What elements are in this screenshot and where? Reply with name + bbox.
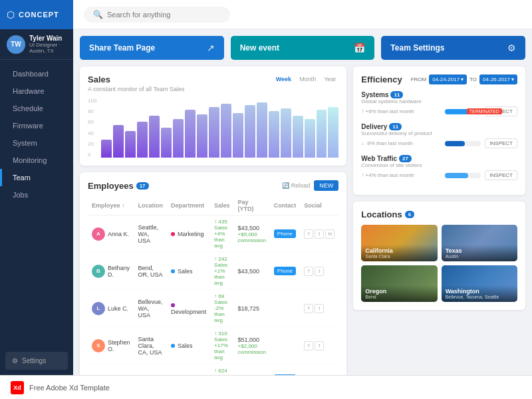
- chevron-down-icon: ▾: [461, 76, 464, 82]
- location-item-washington[interactable]: Washington Bellevue, Tacoma, Seattle: [442, 265, 517, 302]
- chevron-down-icon-2: ▾: [511, 76, 514, 82]
- inspect-button-1[interactable]: INSPECT: [485, 138, 517, 148]
- period-tab-year[interactable]: Year: [321, 74, 338, 84]
- calendar-icon: 📅: [354, 43, 365, 53]
- app-frame: ⬡ CONCEPT TW Tyler Wain UI Designer · Au…: [0, 0, 532, 399]
- sidebar-item-hardware[interactable]: Hardware: [0, 82, 73, 100]
- right-panel: 🔍 Share Team Page ↗ New event 📅: [73, 0, 532, 375]
- bar-11: [233, 113, 243, 158]
- bar-1: [113, 125, 124, 158]
- to-date-value: 04-26-2017: [483, 76, 510, 82]
- emp-sales-1: ↑ 242 Sales +1% than avg: [210, 253, 234, 290]
- period-tabs: Week Month Year: [273, 74, 339, 84]
- user-name: Tyler Wain: [29, 35, 66, 42]
- sidebar-nav: Dashboard Hardware Schedule Firmware Sys…: [0, 60, 73, 346]
- col-contact: Contact: [270, 196, 301, 215]
- location-item-texas[interactable]: Texas Austin: [442, 225, 517, 261]
- table-row: A Anna K. Seattle, WA, USA Marketing ↑ 4…: [88, 215, 338, 253]
- locations-count-badge: 6: [405, 211, 414, 218]
- bar-8: [197, 114, 207, 158]
- reload-button[interactable]: 🔄 Reload: [282, 182, 311, 189]
- bars-container: [101, 98, 338, 158]
- emp-sales-4: ↑ 624 Sales +13% than avg: [210, 364, 234, 376]
- bar-18: [317, 110, 327, 158]
- team-settings-button[interactable]: Team Settings ⚙: [381, 36, 525, 60]
- to-date-input[interactable]: 04-26-2017 ▾: [479, 74, 517, 84]
- sidebar-item-jobs[interactable]: Jobs: [0, 186, 73, 203]
- social-icon-2[interactable]: t: [315, 267, 324, 276]
- period-tab-month[interactable]: Month: [297, 74, 319, 84]
- bar-13: [257, 102, 267, 158]
- external-link-icon: ↗: [207, 43, 215, 53]
- sidebar-item-monitoring[interactable]: Monitoring: [0, 152, 73, 169]
- inspect-button-2[interactable]: INSPECT: [485, 170, 517, 180]
- sidebar-item-system[interactable]: System: [0, 134, 73, 152]
- reload-label: Reload: [291, 182, 311, 189]
- social-icon-1[interactable]: f: [304, 267, 313, 276]
- sidebar-item-firmware[interactable]: Firmware: [0, 117, 73, 134]
- location-item-california[interactable]: California Santa Clara: [361, 225, 437, 261]
- efficiency-row-0: Systems 11 Global systems hardware ↑ +6%…: [361, 91, 517, 116]
- content-row: Sales A constant monitor of all Team Sal…: [80, 66, 525, 375]
- emp-contact-0: Phone: [270, 215, 301, 253]
- search-icon: 🔍: [93, 10, 103, 19]
- period-tab-week[interactable]: Week: [273, 74, 294, 84]
- bar-10: [221, 104, 231, 158]
- y-label-80: 80: [88, 108, 96, 114]
- bar-5: [161, 128, 172, 158]
- bar-15: [281, 108, 291, 158]
- efficiency-header: Efficiency FROM 04-24-2017 ▾ TO: [361, 74, 517, 84]
- social-icon-1[interactable]: f: [304, 304, 313, 313]
- search-input[interactable]: [107, 11, 213, 19]
- social-icon-3[interactable]: in: [325, 229, 334, 239]
- sidebar-item-dashboard[interactable]: Dashboard: [0, 65, 73, 82]
- emp-dept-2: Development: [167, 290, 210, 327]
- efficiency-title: Efficiency: [361, 74, 402, 84]
- employees-count-badge: 17: [136, 182, 149, 190]
- social-icon-2[interactable]: t: [315, 304, 324, 313]
- user-role: UI Designer · Austin, TX: [29, 42, 66, 54]
- share-icon: ⬡: [7, 9, 15, 20]
- sidebar-logo-text: CONCEPT: [19, 11, 59, 19]
- bar-16: [293, 116, 303, 158]
- sidebar-item-schedule[interactable]: Schedule: [0, 100, 73, 117]
- settings-label: Settings: [22, 357, 46, 364]
- bar-6: [173, 119, 184, 158]
- efficiency-metrics: Systems 11 Global systems hardware ↑ +6%…: [361, 91, 517, 180]
- col-department: Department: [167, 196, 210, 215]
- sidebar: ⬡ CONCEPT TW Tyler Wain UI Designer · Au…: [0, 0, 73, 375]
- new-employee-button[interactable]: NEW: [314, 180, 338, 191]
- emp-location-0: Seattle, WA, USA: [134, 215, 168, 253]
- search-box[interactable]: 🔍: [84, 7, 230, 23]
- efficiency-row-1: Delivery 11 Successful delivery of produ…: [361, 123, 517, 148]
- table-row: B Bethany D. Bend, OR, USA Sales ↑ 242 S…: [88, 253, 338, 290]
- emp-location-2: Bellevue, WA, USA: [134, 290, 168, 327]
- new-event-label: New event: [240, 43, 279, 53]
- location-item-oregon[interactable]: Oregon Bend: [361, 265, 437, 302]
- col-pay: Pay (YTD): [234, 196, 270, 215]
- col-sales: Sales: [210, 196, 234, 215]
- y-label-40: 40: [88, 130, 96, 136]
- dashboard: Share Team Page ↗ New event 📅 Team Setti…: [73, 29, 532, 375]
- sidebar-logo: ⬡ CONCEPT: [0, 0, 73, 29]
- locations-title: Locations 6: [361, 209, 517, 219]
- social-icon-1[interactable]: f: [304, 229, 313, 239]
- from-date-input[interactable]: 04-24-2017 ▾: [429, 74, 467, 84]
- sales-card-header: Sales A constant monitor of all Team Sal…: [88, 74, 338, 92]
- sidebar-item-team[interactable]: Team: [0, 169, 73, 186]
- social-icon-2[interactable]: t: [315, 229, 324, 239]
- phone-button[interactable]: Phone: [274, 267, 296, 275]
- social-icon-1[interactable]: f: [304, 341, 313, 350]
- emp-contact-1: Phone: [270, 253, 301, 290]
- phone-button[interactable]: Phone: [274, 229, 296, 238]
- share-team-page-button[interactable]: Share Team Page ↗: [80, 36, 224, 60]
- y-label-60: 60: [88, 119, 96, 125]
- settings-button[interactable]: ⚙ Settings: [5, 352, 68, 370]
- employees-header: Employees 17 🔄 Reload NEW: [88, 180, 338, 191]
- social-icon-2[interactable]: t: [315, 341, 324, 350]
- emp-pay-0: $43,500 +$5,000 commission: [234, 215, 270, 253]
- emp-pay-1: $43,500: [234, 253, 270, 290]
- from-date-value: 04-24-2017: [432, 76, 460, 82]
- new-event-button[interactable]: New event 📅: [231, 36, 375, 60]
- emp-pay-4: $77,928: [234, 364, 270, 376]
